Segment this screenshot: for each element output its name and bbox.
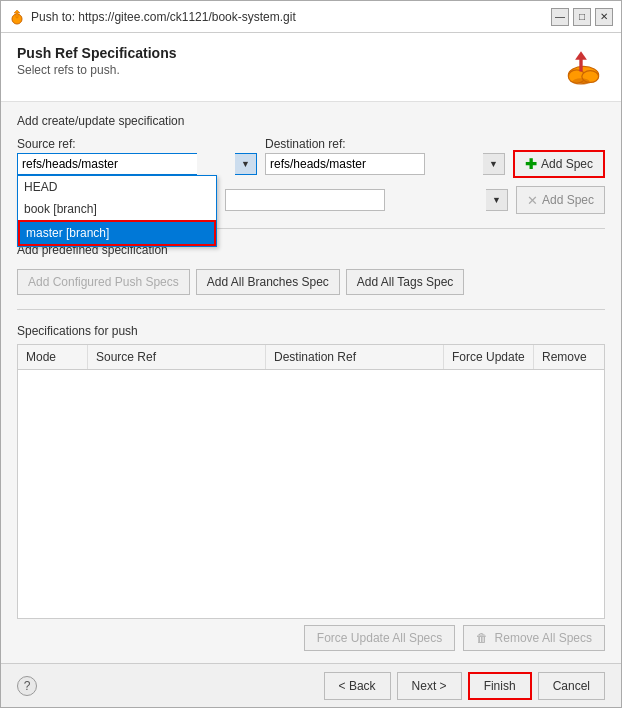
cancel-button[interactable]: Cancel	[538, 672, 605, 700]
create-update-label: Add create/update specification	[17, 114, 605, 128]
create-update-section: Add create/update specification Source r…	[17, 114, 605, 214]
add-configured-label: Add Configured Push Specs	[28, 275, 179, 289]
minimize-button[interactable]: —	[551, 8, 569, 26]
force-update-label: Force Update All Specs	[317, 631, 442, 645]
second-dest-input[interactable]	[225, 189, 385, 211]
predefined-section: Add predefined specification Add Configu…	[17, 243, 605, 295]
dropdown-item-book[interactable]: book [branch]	[18, 198, 216, 220]
remove-icon: 🗑	[476, 631, 488, 645]
second-dest-group: ▼	[225, 189, 508, 211]
main-window: Push to: https://gitee.com/ck1121/book-s…	[0, 0, 622, 708]
window-title: Push to: https://gitee.com/ck1121/book-s…	[31, 10, 551, 24]
first-ref-row: Source ref: ▼ HEAD book [branch] master …	[17, 134, 605, 178]
svg-point-8	[573, 78, 590, 85]
col-source-ref: Source Ref	[88, 345, 266, 369]
dest-ref-group: Destination ref: ▼	[265, 137, 505, 175]
source-ref-dropdown-popup: HEAD book [branch] master [branch]	[17, 175, 217, 247]
close-button[interactable]: ✕	[595, 8, 613, 26]
force-update-all-specs-button[interactable]: Force Update All Specs	[304, 625, 455, 651]
next-button[interactable]: Next >	[397, 672, 462, 700]
specs-table-body	[18, 370, 604, 530]
add-spec-disabled-label: Add Spec	[542, 193, 594, 207]
source-ref-dropdown-wrapper: ▼ HEAD book [branch] master [branch]	[17, 153, 257, 175]
add-spec-label: Add Spec	[541, 157, 593, 171]
second-dest-dropdown-btn[interactable]: ▼	[486, 189, 508, 211]
back-button[interactable]: < Back	[324, 672, 391, 700]
cancel-label: Cancel	[553, 679, 590, 693]
remove-all-specs-button[interactable]: 🗑 Remove All Specs	[463, 625, 605, 651]
add-branches-label: Add All Branches Spec	[207, 275, 329, 289]
dest-ref-label: Destination ref:	[265, 137, 505, 151]
specs-table: Mode Source Ref Destination Ref Force Up…	[17, 344, 605, 619]
specs-section: Specifications for push Mode Source Ref …	[17, 324, 605, 651]
dest-ref-dropdown-btn[interactable]: ▼	[483, 153, 505, 175]
svg-marker-7	[575, 51, 587, 59]
window-controls: — □ ✕	[551, 8, 613, 26]
finish-button[interactable]: Finish	[468, 672, 532, 700]
table-action-buttons: Force Update All Specs 🗑 Remove All Spec…	[17, 625, 605, 651]
dialog-footer: ? < Back Next > Finish Cancel	[1, 663, 621, 707]
dropdown-item-head[interactable]: HEAD	[18, 176, 216, 198]
next-label: Next >	[412, 679, 447, 693]
footer-left: ?	[17, 676, 37, 696]
page-title: Push Ref Specifications	[17, 45, 176, 61]
cloud-push-icon	[557, 45, 605, 93]
titlebar: Push to: https://gitee.com/ck1121/book-s…	[1, 1, 621, 33]
source-ref-label: Source ref:	[17, 137, 257, 151]
dropdown-item-master[interactable]: master [branch]	[18, 220, 216, 246]
add-all-branches-spec-button[interactable]: Add All Branches Spec	[196, 269, 340, 295]
divider-2	[17, 309, 605, 310]
predefined-buttons-group: Add Configured Push Specs Add All Branch…	[17, 269, 605, 295]
col-mode: Mode	[18, 345, 88, 369]
dest-ref-dropdown-wrapper: ▼	[265, 153, 505, 175]
page-subtitle: Select refs to push.	[17, 63, 176, 77]
help-button[interactable]: ?	[17, 676, 37, 696]
add-configured-push-specs-button[interactable]: Add Configured Push Specs	[17, 269, 190, 295]
add-spec-plus-icon: ✚	[525, 156, 537, 172]
finish-label: Finish	[484, 679, 516, 693]
source-ref-dropdown-btn[interactable]: ▼	[235, 153, 257, 175]
app-icon	[9, 9, 25, 25]
main-content-area: Add create/update specification Source r…	[1, 102, 621, 663]
specs-label: Specifications for push	[17, 324, 605, 338]
source-ref-group: Source ref: ▼ HEAD book [branch] master …	[17, 137, 257, 175]
add-spec-button[interactable]: ✚ Add Spec	[513, 150, 605, 178]
dialog-content: Push Ref Specifications Select refs to p…	[1, 33, 621, 707]
add-spec-x-icon: ✕	[527, 193, 538, 208]
footer-right: < Back Next > Finish Cancel	[324, 672, 605, 700]
add-tags-label: Add All Tags Spec	[357, 275, 454, 289]
col-remove: Remove	[534, 345, 604, 369]
header-text-group: Push Ref Specifications Select refs to p…	[17, 45, 176, 77]
specs-table-header: Mode Source Ref Destination Ref Force Up…	[18, 345, 604, 370]
col-dest-ref: Destination Ref	[266, 345, 444, 369]
dest-ref-input[interactable]	[265, 153, 425, 175]
svg-marker-2	[14, 10, 20, 13]
add-all-tags-spec-button[interactable]: Add All Tags Spec	[346, 269, 465, 295]
header-area: Push Ref Specifications Select refs to p…	[1, 33, 621, 102]
add-spec-button-disabled: ✕ Add Spec	[516, 186, 605, 214]
back-label: < Back	[339, 679, 376, 693]
col-force-update: Force Update	[444, 345, 534, 369]
second-dest-dropdown-wrapper: ▼	[225, 189, 508, 211]
remove-all-label: Remove All Specs	[495, 631, 592, 645]
maximize-button[interactable]: □	[573, 8, 591, 26]
source-ref-input[interactable]	[17, 153, 197, 175]
